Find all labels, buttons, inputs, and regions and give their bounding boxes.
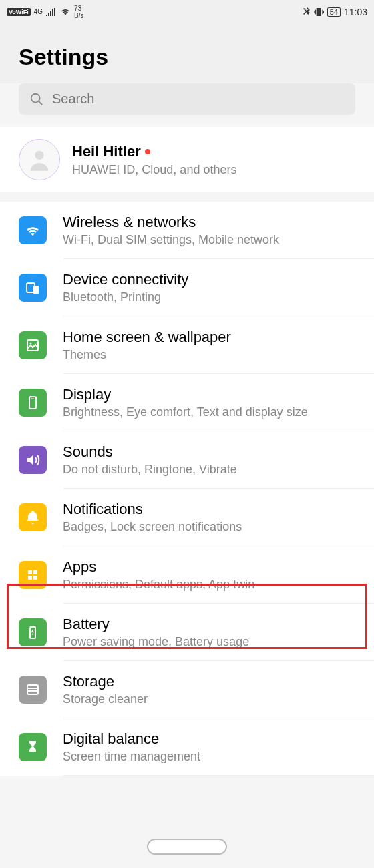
setting-sub: Wi-Fi, Dual SIM settings, Mobile network bbox=[63, 233, 355, 247]
grid-icon bbox=[19, 561, 47, 589]
setting-sub: Do not disturb, Ringtone, Vibrate bbox=[63, 463, 355, 477]
setting-title: Display bbox=[63, 386, 355, 403]
setting-display[interactable]: Display Brightness, Eye comfort, Text an… bbox=[0, 374, 374, 431]
svg-rect-12 bbox=[33, 576, 37, 580]
status-left: VoWiFi 4G 73 B/s bbox=[7, 5, 84, 19]
search-icon bbox=[29, 92, 44, 107]
wifi-icon bbox=[60, 8, 71, 16]
setting-sub: Screen time management bbox=[63, 750, 355, 764]
setting-title: Wireless & networks bbox=[63, 214, 355, 231]
svg-point-6 bbox=[30, 343, 32, 345]
status-bar: VoWiFi 4G 73 B/s 54 11:03 bbox=[0, 0, 374, 24]
svg-line-1 bbox=[39, 101, 43, 105]
setting-sub: Storage cleaner bbox=[63, 692, 355, 706]
battery-level: 54 bbox=[327, 7, 341, 17]
setting-sub: Power saving mode, Battery usage bbox=[63, 635, 355, 649]
bluetooth-icon bbox=[303, 7, 310, 17]
setting-sub: Themes bbox=[63, 348, 355, 362]
clock: 11:03 bbox=[344, 7, 367, 17]
svg-point-0 bbox=[31, 93, 40, 102]
signal-icon bbox=[46, 8, 57, 16]
vowifi-badge: VoWiFi bbox=[7, 8, 31, 16]
notification-dot-icon bbox=[145, 149, 150, 154]
svg-rect-11 bbox=[28, 576, 32, 580]
avatar bbox=[19, 139, 60, 180]
svg-rect-9 bbox=[28, 570, 32, 574]
data-speed: 73 B/s bbox=[74, 5, 83, 19]
setting-title: Digital balance bbox=[63, 730, 355, 748]
setting-title: Battery bbox=[63, 616, 355, 633]
setting-sub: Permissions, Default apps, App twin bbox=[63, 578, 355, 592]
page-title: Settings bbox=[19, 44, 355, 70]
setting-storage[interactable]: Storage Storage cleaner bbox=[0, 661, 374, 718]
account-card[interactable]: Heil Hitler HUAWEI ID, Cloud, and others bbox=[0, 127, 374, 192]
bell-icon bbox=[19, 503, 47, 531]
vibrate-icon bbox=[313, 7, 324, 17]
settings-list: Wireless & networks Wi-Fi, Dual SIM sett… bbox=[0, 202, 374, 776]
setting-title: Device connectivity bbox=[63, 271, 355, 288]
account-name: Heil Hitler bbox=[72, 143, 141, 160]
person-icon bbox=[26, 146, 53, 173]
setting-digital-balance[interactable]: Digital balance Screen time management bbox=[0, 718, 374, 776]
status-right: 54 11:03 bbox=[303, 7, 367, 17]
wifi-icon bbox=[19, 216, 47, 244]
phone-icon bbox=[19, 389, 47, 417]
setting-title: Apps bbox=[63, 558, 355, 576]
setting-home-wallpaper[interactable]: Home screen & wallpaper Themes bbox=[0, 316, 374, 374]
svg-rect-14 bbox=[31, 626, 34, 627]
svg-rect-4 bbox=[33, 286, 39, 294]
hourglass-icon bbox=[19, 733, 47, 761]
svg-point-2 bbox=[35, 151, 43, 160]
setting-wireless[interactable]: Wireless & networks Wi-Fi, Dual SIM sett… bbox=[0, 202, 374, 259]
sound-icon bbox=[19, 446, 47, 474]
setting-sub: Badges, Lock screen notifications bbox=[63, 520, 355, 534]
setting-apps[interactable]: Apps Permissions, Default apps, App twin bbox=[0, 546, 374, 604]
storage-icon bbox=[19, 676, 47, 704]
svg-rect-15 bbox=[27, 685, 38, 694]
battery-icon bbox=[19, 618, 47, 646]
setting-sub: Bluetooth, Printing bbox=[63, 290, 355, 304]
setting-title: Sounds bbox=[63, 443, 355, 461]
setting-title: Home screen & wallpaper bbox=[63, 329, 355, 346]
setting-device-connectivity[interactable]: Device connectivity Bluetooth, Printing bbox=[0, 259, 374, 316]
search-input[interactable] bbox=[52, 91, 345, 107]
account-info: Heil Hitler HUAWEI ID, Cloud, and others bbox=[72, 143, 355, 177]
network-type: 4G bbox=[34, 9, 43, 15]
svg-rect-10 bbox=[33, 570, 37, 574]
setting-battery[interactable]: Battery Power saving mode, Battery usage bbox=[0, 604, 374, 661]
setting-title: Notifications bbox=[63, 501, 355, 518]
nav-pill[interactable] bbox=[147, 839, 227, 855]
account-subtitle: HUAWEI ID, Cloud, and others bbox=[72, 163, 355, 177]
devices-icon bbox=[19, 274, 47, 302]
page-header: Settings bbox=[0, 24, 374, 83]
setting-title: Storage bbox=[63, 673, 355, 690]
setting-sub: Brightness, Eye comfort, Text and displa… bbox=[63, 405, 355, 419]
search-bar[interactable] bbox=[19, 83, 355, 115]
image-icon bbox=[19, 331, 47, 359]
setting-notifications[interactable]: Notifications Badges, Lock screen notifi… bbox=[0, 489, 374, 546]
setting-sounds[interactable]: Sounds Do not disturb, Ringtone, Vibrate bbox=[0, 431, 374, 489]
